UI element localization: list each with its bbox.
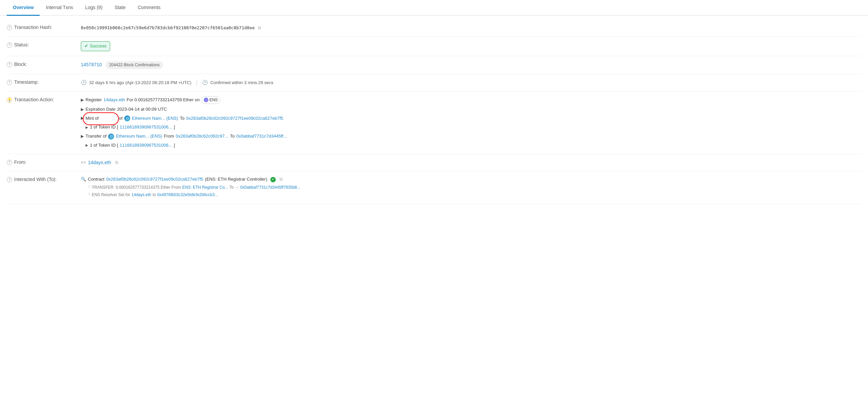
mint-to-address[interactable]: 0x283af0b28c62c092c9727f1ee09c02ca627eb7… (186, 115, 283, 122)
confirmations-badge: 204422 Block Confirmations (106, 61, 163, 69)
status-label: ? Status: (7, 41, 81, 48)
overview-content: ? Transaction Hash: 0x050c19991b068c2e67… (0, 16, 868, 207)
verified-badge-contract: ✔ (270, 177, 276, 182)
label-text-status: Status: (14, 42, 29, 47)
label-text-tx-hash: Transaction Hash: (14, 25, 52, 30)
mint-of-text: of (119, 115, 123, 122)
transaction-hash-value: 0x050c19991b068c2e67c59e6d7b783dcbbf9210… (81, 24, 861, 32)
action-line-transfer: ▶ Transfer of ⬡ Ethereum Nam... (ENS) Fr… (81, 133, 861, 140)
ens-resolver-to: to (153, 192, 156, 198)
transfer-arrow: To → (229, 184, 239, 191)
code-icon-from: <> (81, 159, 86, 166)
tab-internal-txns[interactable]: Internal Txns (40, 0, 79, 16)
block-number-link[interactable]: 14578710 (81, 62, 102, 67)
label-text-from: From: (14, 160, 27, 165)
timestamp-date: (Apr-13-2022 06:20:18 PM +UTC) (125, 80, 191, 85)
copy-icon-tx-hash[interactable]: ⧉ (258, 25, 261, 32)
interacted-contract-line: 🔍 Contract 0x283af0b28c62c092c9727f1ee09… (81, 176, 861, 183)
help-icon-block[interactable]: ? (7, 62, 12, 67)
tab-state[interactable]: State (108, 0, 132, 16)
transfer-sub-block: └ TRANSFER 0.000162577733214375 Ether Fr… (81, 184, 861, 198)
transaction-hash-row: ? Transaction Hash: 0x050c19991b068c2e67… (7, 19, 861, 37)
timestamp-separator: | (196, 80, 197, 85)
tokenid2-text: 1 of Token ID [ (90, 142, 118, 149)
mint-highlight-container: Mint of (86, 115, 99, 122)
tx-hash-text: 0x050c19991b068c2e67c59e6d7b783dcbbf9210… (81, 25, 255, 30)
transfer-to-ens-link[interactable]: 0x0abbaf7731c7d3445ff7835b8... (240, 184, 300, 191)
contract-address-link[interactable]: 0x283af0b28c62c092c9727f1ee09c02ca627eb7… (106, 176, 203, 183)
tab-logs[interactable]: Logs (9) (79, 0, 108, 16)
label-text-block: Block: (14, 62, 27, 67)
status-badge: ✔ Success (81, 41, 110, 51)
transfer-text: Transfer of (86, 133, 106, 140)
transfer-to-address[interactable]: 0x0abbaf7731c7d3445ff... (236, 133, 287, 140)
block-row: ? Block: 14578710 204422 Block Confirmat… (7, 56, 861, 74)
mint-to-text: To (180, 115, 185, 122)
timestamp-ago: 32 days 6 hrs ago (89, 80, 124, 85)
clock-icon2: 🕐 (202, 79, 208, 86)
from-address-link[interactable]: 14days.eth (88, 159, 111, 166)
help-icon-interacted[interactable]: ? (7, 177, 12, 182)
timestamp-row: ? Timestamp: 🕐 32 days 6 hrs ago (Apr-13… (7, 74, 861, 92)
transfer-from-ens-link[interactable]: ENS: ETH Registrar Co... (182, 184, 228, 191)
ens-registrar-label: (ENS: ETH Registrar Controller) (205, 176, 267, 183)
action-line-tokenid2: ▶ 1 of Token ID [ 11166189390967531006..… (81, 142, 861, 149)
block-label: ? Block: (7, 61, 81, 67)
help-icon-tx-action[interactable]: 💡 (7, 97, 12, 103)
help-icon-tx-hash[interactable]: ? (7, 25, 12, 30)
tokenid1-bracket: ] (174, 124, 175, 131)
transfer-to-text: To (230, 133, 235, 140)
ens-resolver-text: ENS Resolver Set for (92, 192, 130, 198)
interacted-with-row: ? Interacted With (To): 🔍 Contract 0x283… (7, 171, 861, 204)
action-line-expiration: ▶ Expiration Date 2023-04-14 at 00:09 UT… (81, 106, 861, 113)
copy-icon-from[interactable]: ⧉ (115, 159, 118, 166)
clock-icon: 🕐 (81, 79, 87, 86)
interacted-with-value: 🔍 Contract 0x283af0b28c62c092c9727f1ee09… (81, 176, 861, 199)
ens-label: ENS (210, 97, 218, 103)
label-text-interacted: Interacted With (To): (14, 177, 57, 182)
mint-token-name[interactable]: Ethereum Nam... (ENS) (132, 115, 178, 122)
tab-overview[interactable]: Overview (7, 0, 40, 16)
mint-text: Mint of (86, 116, 99, 121)
arrow-register: ▶ (81, 97, 84, 103)
from-row: ? From: <> 14days.eth ⧉ (7, 154, 861, 171)
transfer-from-address[interactable]: 0x283af0b28c62c092c97... (176, 133, 228, 140)
transfer-from-text: From (164, 133, 174, 140)
transfer-sub-line2: └ ENS Resolver Set for 14days.eth to 0x4… (88, 192, 861, 198)
tokenid1-link[interactable]: 11166189390967531006... (120, 124, 172, 131)
transaction-hash-label: ? Transaction Hash: (7, 24, 81, 30)
ens-circle-icon (204, 98, 209, 102)
help-icon-timestamp[interactable]: ? (7, 80, 12, 85)
tab-comments[interactable]: Comments (132, 0, 167, 16)
timestamp-confirmed: Confirmed within 3 mins:29 secs (211, 80, 273, 85)
search-icon-contract: 🔍 (81, 176, 86, 183)
transaction-action-value: ▶ Register 14days.eth For 0.001625777332… (81, 96, 861, 149)
status-value: ✔ Success (81, 41, 861, 51)
register-text: Register (86, 97, 102, 104)
tabs-bar: Overview Internal Txns Logs (9) State Co… (0, 0, 868, 16)
register-name-link[interactable]: 14days.eth (103, 97, 125, 104)
transaction-action-label: 💡 Transaction Action: (7, 96, 81, 103)
tokenid2-bracket: ] (174, 142, 175, 149)
tokenid2-link[interactable]: 11166189390967531006... (120, 142, 172, 149)
copy-icon-contract[interactable]: ⧉ (279, 176, 282, 183)
interacted-with-label: ? Interacted With (To): (7, 176, 81, 182)
ens-icon-wrapper: ENS (202, 96, 220, 104)
arrow-tokenid2: ▶ (86, 143, 88, 148)
action-line-tokenid1: ▶ 1 of Token ID [ 11166189390967531006..… (81, 124, 861, 131)
timestamp-value: 🕐 32 days 6 hrs ago (Apr-13-2022 06:20:1… (81, 79, 861, 87)
expiration-text: Expiration Date (86, 106, 116, 113)
from-label: ? From: (7, 159, 81, 165)
block-value: 14578710 204422 Block Confirmations (81, 61, 861, 69)
arrow-expiration: ▶ (81, 106, 84, 113)
contract-label: Contract (88, 176, 104, 183)
help-icon-from[interactable]: ? (7, 160, 12, 165)
arrow-tokenid1: ▶ (86, 125, 88, 130)
ens-resolver-address-link[interactable]: 0x4976fb03c32e5b8cfe2b6ccb3... (157, 192, 218, 198)
ens-resolver-name-link[interactable]: 14days.eth (132, 192, 152, 198)
help-icon-status[interactable]: ? (7, 42, 12, 48)
tokenid1-text: 1 of Token ID [ (90, 124, 118, 131)
register-for-text: For 0.001625777332143759 Ether on (127, 97, 200, 104)
transfer-token-name[interactable]: Ethereum Nam... (ENS) (116, 133, 162, 140)
arrow-mint: ▶ (81, 115, 84, 122)
